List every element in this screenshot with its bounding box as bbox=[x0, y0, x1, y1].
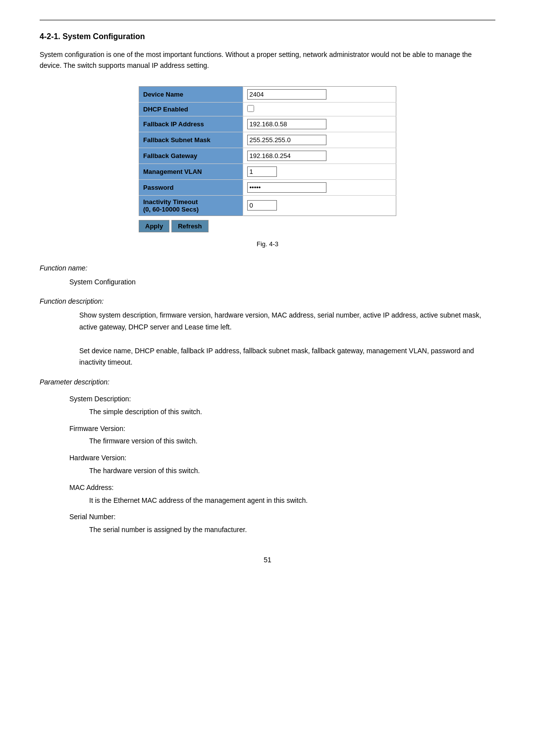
table-row: Password bbox=[139, 179, 396, 195]
param-name-serial: Serial Number: bbox=[69, 511, 495, 523]
param-name-mac: MAC Address: bbox=[69, 482, 495, 494]
function-desc-section: Function description: Show system descri… bbox=[40, 296, 495, 369]
field-value-password bbox=[243, 179, 396, 195]
param-name-firmware: Firmware Version: bbox=[69, 423, 495, 435]
field-label-inactivity: Inactivity Timeout (0, 60-10000 Secs) bbox=[139, 195, 243, 216]
table-row: Device Name bbox=[139, 86, 396, 102]
field-label-mgmt-vlan: Management VLAN bbox=[139, 163, 243, 179]
refresh-button[interactable]: Refresh bbox=[171, 220, 208, 232]
fallback-gateway-input[interactable] bbox=[247, 151, 326, 161]
dhcp-checkbox[interactable] bbox=[247, 105, 254, 112]
field-value-fallback-subnet bbox=[243, 132, 396, 148]
param-desc-mac: It is the Ethernet MAC address of the ma… bbox=[89, 495, 495, 507]
field-value-mgmt-vlan bbox=[243, 163, 396, 179]
table-row: Management VLAN bbox=[139, 163, 396, 179]
apply-button[interactable]: Apply bbox=[139, 220, 169, 232]
password-input[interactable] bbox=[247, 182, 326, 193]
field-label-fallback-gateway: Fallback Gateway bbox=[139, 148, 243, 163]
config-table: Device Name DHCP Enabled Fallback IP Add… bbox=[139, 86, 396, 216]
field-value-dhcp bbox=[243, 102, 396, 116]
param-name-hardware: Hardware Version: bbox=[69, 452, 495, 464]
table-row: Fallback Subnet Mask bbox=[139, 132, 396, 148]
function-name-label: Function name: bbox=[40, 263, 495, 274]
field-value-inactivity bbox=[243, 195, 396, 216]
function-desc-1: Show system description, firmware versio… bbox=[79, 310, 495, 333]
top-rule bbox=[40, 20, 495, 20]
param-desc-firmware: The firmware version of this switch. bbox=[89, 435, 495, 447]
intro-text: System configuration is one of the most … bbox=[40, 49, 495, 71]
fallback-subnet-input[interactable] bbox=[247, 135, 326, 145]
page-number: 51 bbox=[40, 556, 495, 564]
field-value-device-name bbox=[243, 86, 396, 102]
device-name-input[interactable] bbox=[247, 89, 326, 100]
inactivity-timeout-input[interactable] bbox=[247, 200, 277, 211]
table-row: Fallback Gateway bbox=[139, 148, 396, 163]
config-form: Device Name DHCP Enabled Fallback IP Add… bbox=[40, 86, 495, 232]
button-row: Apply Refresh bbox=[139, 220, 396, 232]
table-row: Fallback IP Address bbox=[139, 116, 396, 132]
field-label-dhcp: DHCP Enabled bbox=[139, 102, 243, 116]
function-name-section: Function name: System Configuration bbox=[40, 263, 495, 288]
param-desc-system-desc: The simple description of this switch. bbox=[89, 406, 495, 418]
field-label-password: Password bbox=[139, 179, 243, 195]
fallback-ip-input[interactable] bbox=[247, 119, 326, 129]
table-row: DHCP Enabled bbox=[139, 102, 396, 116]
field-label-fallback-ip: Fallback IP Address bbox=[139, 116, 243, 132]
table-row: Inactivity Timeout (0, 60-10000 Secs) bbox=[139, 195, 396, 216]
function-desc-2: Set device name, DHCP enable, fallback I… bbox=[79, 345, 495, 369]
fig-caption: Fig. 4-3 bbox=[40, 240, 495, 248]
field-value-fallback-gateway bbox=[243, 148, 396, 163]
section-title: 4-2-1. System Configuration bbox=[40, 32, 495, 41]
function-name-value: System Configuration bbox=[69, 276, 495, 288]
function-desc-label: Function description: bbox=[40, 296, 495, 308]
param-desc-label: Parameter description: bbox=[40, 377, 495, 388]
param-desc-serial: The serial number is assigned by the man… bbox=[89, 524, 495, 536]
param-name-system-desc: System Description: bbox=[69, 393, 495, 405]
field-value-fallback-ip bbox=[243, 116, 396, 132]
mgmt-vlan-input[interactable] bbox=[247, 166, 277, 177]
param-desc-section: Parameter description: System Descriptio… bbox=[40, 377, 495, 536]
field-label-fallback-subnet: Fallback Subnet Mask bbox=[139, 132, 243, 148]
field-label-device-name: Device Name bbox=[139, 86, 243, 102]
param-desc-hardware: The hardware version of this switch. bbox=[89, 465, 495, 477]
